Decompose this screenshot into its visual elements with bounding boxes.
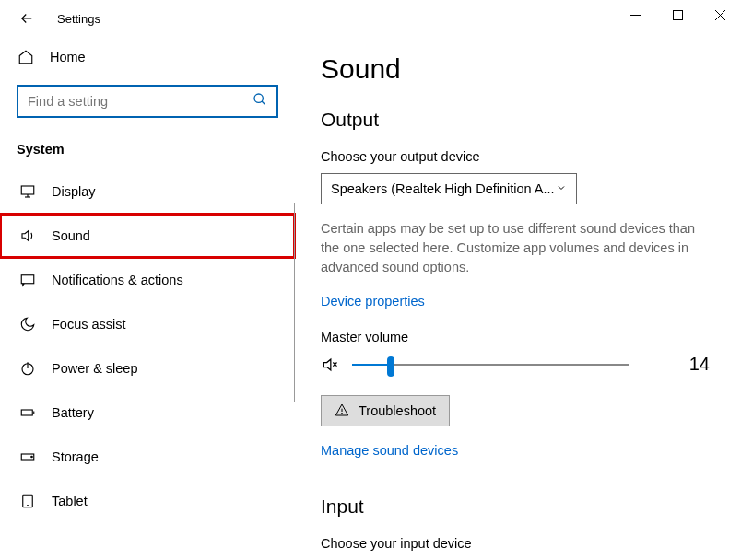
message-icon: [18, 272, 37, 288]
tablet-icon: [18, 493, 37, 509]
sidebar-item-notifications[interactable]: Notifications & actions: [17, 258, 278, 302]
minimize-button[interactable]: [614, 0, 656, 29]
chevron-down-icon: [556, 181, 567, 196]
scrollbar-thumb[interactable]: [294, 203, 295, 402]
speaker-icon: [18, 228, 37, 244]
troubleshoot-button[interactable]: Troubleshoot: [321, 395, 450, 426]
home-icon: [17, 49, 35, 65]
input-heading: Input: [321, 496, 715, 518]
sidebar-category: System: [17, 142, 278, 157]
manage-sound-devices-link[interactable]: Manage sound devices: [321, 443, 458, 458]
volume-mute-icon[interactable]: [321, 356, 341, 374]
search-input[interactable]: [28, 94, 253, 109]
sidebar-home[interactable]: Home: [17, 37, 278, 77]
output-device-value: Speakers (Realtek High Definition A...: [331, 181, 555, 196]
svg-point-4: [254, 94, 263, 102]
sidebar-item-label: Sound: [52, 228, 90, 243]
back-button[interactable]: [17, 8, 37, 29]
troubleshoot-label: Troubleshoot: [359, 403, 436, 418]
power-icon: [18, 360, 37, 377]
svg-point-21: [341, 413, 342, 414]
sidebar-item-focus-assist[interactable]: Focus assist: [17, 302, 278, 346]
master-volume-label: Master volume: [321, 330, 715, 344]
output-description: Certain apps may be set up to use differ…: [321, 219, 715, 277]
svg-rect-1: [673, 10, 682, 19]
output-device-select[interactable]: Speakers (Realtek High Definition A...: [321, 173, 577, 204]
sidebar-item-sound[interactable]: Sound: [0, 214, 295, 258]
sidebar-item-label: Display: [52, 184, 96, 199]
close-button[interactable]: [699, 0, 741, 29]
svg-rect-9: [21, 275, 34, 284]
svg-rect-6: [21, 186, 34, 194]
page-title: Sound: [321, 53, 715, 85]
sidebar-item-battery[interactable]: Battery: [17, 391, 278, 435]
drive-icon: [18, 449, 37, 465]
search-icon: [253, 92, 267, 111]
window-title: Settings: [57, 12, 100, 26]
sidebar-item-label: Storage: [52, 449, 99, 464]
sidebar-item-power-sleep[interactable]: Power & sleep: [17, 346, 278, 391]
output-device-label: Choose your output device: [321, 149, 715, 164]
sidebar-item-label: Focus assist: [52, 317, 126, 332]
maximize-button[interactable]: [656, 0, 699, 29]
output-heading: Output: [321, 109, 715, 131]
sidebar-item-label: Tablet: [52, 494, 88, 508]
input-device-label: Choose your input device: [321, 536, 715, 551]
master-volume-slider[interactable]: [352, 364, 629, 366]
svg-rect-12: [21, 410, 32, 415]
warning-icon: [335, 402, 349, 420]
moon-icon: [18, 316, 37, 332]
search-input-wrap[interactable]: [17, 85, 278, 118]
svg-point-15: [31, 456, 33, 458]
sidebar-item-label: Battery: [52, 405, 94, 420]
sidebar-item-label: Power & sleep: [52, 361, 138, 376]
master-volume-value: 14: [689, 354, 715, 375]
sidebar-item-display[interactable]: Display: [17, 169, 278, 214]
sidebar-item-storage[interactable]: Storage: [17, 435, 278, 479]
sidebar-item-label: Notifications & actions: [52, 273, 183, 287]
device-properties-link[interactable]: Device properties: [321, 294, 425, 309]
sidebar-home-label: Home: [50, 50, 86, 64]
svg-line-5: [262, 101, 265, 104]
sidebar-item-tablet[interactable]: Tablet: [17, 479, 278, 523]
battery-icon: [18, 404, 37, 421]
monitor-icon: [18, 183, 37, 200]
